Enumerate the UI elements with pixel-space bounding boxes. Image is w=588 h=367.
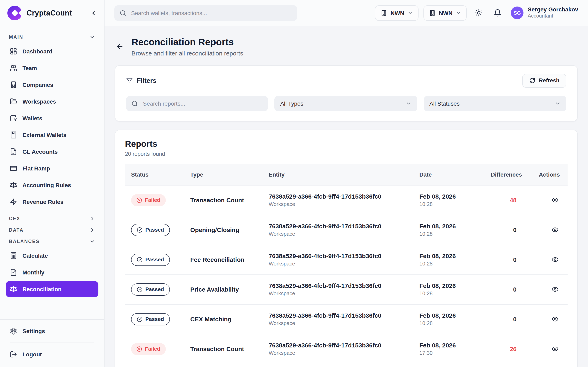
sidebar-item-logout[interactable]: Logout xyxy=(6,346,98,363)
reports-search-input[interactable] xyxy=(142,100,263,107)
topbar: NWN NWN SG Sergey Gorchakov Accountant xyxy=(104,0,588,26)
global-search[interactable] xyxy=(114,5,297,21)
view-report-button[interactable] xyxy=(550,255,560,264)
entity-sub: Workspace xyxy=(269,231,407,237)
table-row: Passed Fee Reconciliation 7638a529-a366-… xyxy=(125,244,568,274)
company-selector[interactable]: NWN xyxy=(375,5,419,21)
main-area: NWN NWN SG Sergey Gorchakov Accountant xyxy=(104,0,588,367)
status-badge: Passed xyxy=(131,313,170,325)
app-name: CryptaCount xyxy=(26,9,86,17)
sidebar-item-monthly[interactable]: Monthly xyxy=(6,264,98,281)
page-title: Reconciliation Reports xyxy=(131,37,243,48)
user-name: Sergey Gorchakov xyxy=(528,6,578,13)
sidebar-item-label: Dashboard xyxy=(22,48,52,55)
arrow-left-icon xyxy=(116,43,124,51)
differences-value: 0 xyxy=(485,256,523,263)
status-badge: Failed xyxy=(131,194,165,206)
entity-sub: Workspace xyxy=(269,201,407,207)
table-row: Passed Price Availability 7638a529-a366-… xyxy=(125,274,568,304)
sidebar-item-label: Logout xyxy=(22,351,42,358)
user-menu[interactable]: SG Sergey Gorchakov Accountant xyxy=(511,6,578,20)
section-main[interactable]: MAIN xyxy=(9,34,95,40)
sidebar-item-companies[interactable]: Companies xyxy=(6,77,98,93)
chevron-down-icon xyxy=(405,100,411,106)
section-data[interactable]: DATA xyxy=(9,227,95,233)
sidebar-item-fiat-ramp[interactable]: Fiat Ramp xyxy=(6,160,98,176)
global-search-input[interactable] xyxy=(130,9,292,17)
view-report-button[interactable] xyxy=(550,314,560,324)
workspace-selector[interactable]: NWN xyxy=(424,5,467,21)
section-balances-label: BALANCES xyxy=(9,239,40,244)
entity-id: 7638a529-a366-4fcb-9ff4-17d153b36fc0 xyxy=(269,312,407,319)
sidebar-item-label: Calculate xyxy=(22,252,48,259)
bell-icon xyxy=(494,9,502,17)
chevron-down-icon xyxy=(407,10,413,16)
entity-id: 7638a529-a366-4fcb-9ff4-17d153b36fc0 xyxy=(269,223,407,230)
view-report-button[interactable] xyxy=(550,195,560,205)
status-filter-select[interactable]: All Statuses xyxy=(424,96,566,111)
sidebar-item-calculate[interactable]: Calculate xyxy=(6,248,98,264)
section-cex[interactable]: CEX xyxy=(9,216,95,221)
type-filter-select[interactable]: All Types xyxy=(275,96,417,111)
chevron-down-icon xyxy=(456,10,461,16)
scale-icon xyxy=(10,182,17,189)
sidebar-item-revenue-rules[interactable]: Revenue Rules xyxy=(6,194,98,210)
chevron-right-icon xyxy=(89,227,95,233)
sidebar-item-team[interactable]: Team xyxy=(6,60,98,76)
eye-icon xyxy=(552,316,559,323)
section-balances[interactable]: BALANCES xyxy=(9,239,95,244)
view-report-button[interactable] xyxy=(550,285,560,294)
entity-sub: Workspace xyxy=(269,350,407,356)
sidebar-item-label: Fiat Ramp xyxy=(22,165,50,172)
sidebar-item-reconciliation[interactable]: Reconciliation xyxy=(6,281,98,297)
refresh-button[interactable]: Refresh xyxy=(522,74,566,87)
sidebar-item-gl-accounts[interactable]: GL Accounts xyxy=(6,143,98,160)
notifications-button[interactable] xyxy=(491,6,504,20)
report-time: 10:28 xyxy=(419,320,479,326)
users-icon xyxy=(10,64,17,72)
sidebar-item-wallets[interactable]: Wallets xyxy=(6,110,98,126)
divider xyxy=(10,342,94,343)
report-type: Fee Reconciliation xyxy=(184,256,263,263)
status-badge: Passed xyxy=(131,283,170,295)
report-time: 10:28 xyxy=(419,261,479,267)
sidebar-item-label: GL Accounts xyxy=(22,149,58,155)
report-date: Feb 08, 2026 xyxy=(419,223,479,230)
sidebar-item-dashboard[interactable]: Dashboard xyxy=(6,43,98,59)
sidebar-nav: MAIN Dashboard Team Companies Workspaces xyxy=(0,26,104,319)
sidebar-item-settings[interactable]: Settings xyxy=(6,323,98,339)
x-circle-icon xyxy=(136,346,142,352)
type-filter-value: All Types xyxy=(280,100,303,107)
sidebar-item-label: External Wallets xyxy=(22,132,66,138)
report-type: Transaction Count xyxy=(184,197,263,203)
report-date: Feb 08, 2026 xyxy=(419,282,479,289)
book-icon xyxy=(10,131,17,139)
column-date: Date xyxy=(413,171,485,178)
view-report-button[interactable] xyxy=(550,344,560,354)
building-icon xyxy=(381,9,387,16)
sidebar-collapse-button[interactable] xyxy=(90,10,97,16)
theme-toggle-button[interactable] xyxy=(472,6,486,20)
sidebar-item-label: Team xyxy=(22,65,37,71)
back-button[interactable] xyxy=(115,42,125,52)
report-time: 17:30 xyxy=(419,350,479,356)
column-actions: Actions xyxy=(523,171,568,178)
check-circle-icon xyxy=(137,286,143,292)
filters-header: Filters Refresh xyxy=(126,74,566,87)
column-differences: Differences xyxy=(485,171,523,178)
sidebar-item-workspaces[interactable]: Workspaces xyxy=(6,93,98,110)
sidebar-item-external-wallets[interactable]: External Wallets xyxy=(6,127,98,143)
sun-icon xyxy=(475,9,483,17)
section-cex-label: CEX xyxy=(9,216,20,221)
sidebar-item-label: Companies xyxy=(22,82,53,88)
entity-sub: Workspace xyxy=(269,290,407,296)
refresh-icon xyxy=(529,77,535,83)
sidebar-item-label: Monthly xyxy=(22,269,44,276)
view-report-button[interactable] xyxy=(550,225,560,234)
report-date: Feb 08, 2026 xyxy=(419,252,479,259)
sidebar-footer: Settings Logout xyxy=(0,319,104,367)
sidebar-item-accounting-rules[interactable]: Accounting Rules xyxy=(6,177,98,193)
check-circle-icon xyxy=(137,227,143,233)
reports-search[interactable] xyxy=(126,96,268,111)
table-row: Failed Transaction Count 7638a529-a366-4… xyxy=(125,334,568,364)
